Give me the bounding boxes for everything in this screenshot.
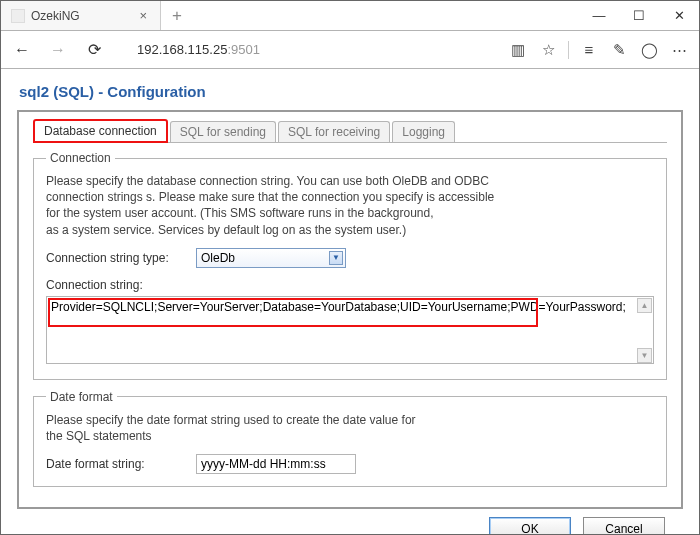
date-format-row: Date format string:: [46, 454, 654, 474]
tab-database-connection[interactable]: Database connection: [33, 119, 168, 143]
date-format-input[interactable]: [196, 454, 356, 474]
tab-sql-receiving[interactable]: SQL for receiving: [278, 121, 390, 142]
favicon: [11, 9, 25, 23]
favorite-icon[interactable]: ☆: [538, 41, 558, 59]
browser-tab[interactable]: OzekiNG ×: [1, 1, 161, 30]
forward-button[interactable]: →: [47, 41, 69, 59]
url-port: :9501: [227, 42, 260, 57]
reading-view-icon[interactable]: ▥: [508, 41, 528, 59]
date-format-group: Date format Please specify the date form…: [33, 390, 667, 487]
config-tabs: Database connection SQL for sending SQL …: [33, 118, 673, 142]
connection-string-wrapper: ▲ ▼: [46, 296, 654, 367]
page-content: sql2 (SQL) - Configuration Database conn…: [1, 69, 699, 535]
connection-type-value: OleDb: [201, 251, 235, 265]
share-icon[interactable]: ◯: [639, 41, 659, 59]
url-host: 192.168.115.25: [137, 42, 227, 57]
dialog-buttons: OK Cancel: [17, 509, 683, 535]
config-panel: Database connection SQL for sending SQL …: [17, 110, 683, 509]
connection-type-select[interactable]: OleDb ▼: [196, 248, 346, 268]
date-format-legend: Date format: [46, 390, 117, 404]
close-window-button[interactable]: ✕: [659, 1, 699, 30]
chevron-down-icon[interactable]: ▼: [329, 251, 343, 265]
browser-navbar: ← → ⟳ 192.168.115.25:9501 ▥ ☆ ≡ ✎ ◯ ⋯: [1, 31, 699, 69]
more-icon[interactable]: ⋯: [669, 41, 689, 59]
connection-legend: Connection: [46, 151, 115, 165]
page-title: sql2 (SQL) - Configuration: [19, 83, 683, 100]
date-format-label: Date format string:: [46, 457, 196, 471]
toolbar-right: ▥ ☆ ≡ ✎ ◯ ⋯: [508, 41, 689, 59]
address-bar[interactable]: 192.168.115.25:9501: [119, 42, 494, 57]
cancel-button[interactable]: Cancel: [583, 517, 665, 535]
date-format-description: Please specify the date format string us…: [46, 412, 654, 444]
hub-icon[interactable]: ≡: [579, 41, 599, 58]
ok-button[interactable]: OK: [489, 517, 571, 535]
back-button[interactable]: ←: [11, 41, 33, 59]
connection-string-input[interactable]: [46, 296, 654, 364]
tab-logging[interactable]: Logging: [392, 121, 455, 142]
close-tab-icon[interactable]: ×: [136, 8, 150, 23]
tab-sql-sending[interactable]: SQL for sending: [170, 121, 276, 142]
browser-titlebar: OzekiNG × + — ☐ ✕: [1, 1, 699, 31]
notes-icon[interactable]: ✎: [609, 41, 629, 59]
connection-group: Connection Please specify the database c…: [33, 151, 667, 380]
connection-description: Please specify the database connection s…: [46, 173, 654, 238]
connection-string-label: Connection string:: [46, 278, 654, 292]
new-tab-button[interactable]: +: [161, 1, 193, 30]
separator: [568, 41, 569, 59]
maximize-button[interactable]: ☐: [619, 1, 659, 30]
minimize-button[interactable]: —: [579, 1, 619, 30]
scroll-up-icon[interactable]: ▲: [637, 298, 652, 313]
scroll-down-icon[interactable]: ▼: [637, 348, 652, 363]
connection-type-row: Connection string type: OleDb ▼: [46, 248, 654, 268]
connection-type-label: Connection string type:: [46, 251, 196, 265]
refresh-button[interactable]: ⟳: [83, 40, 105, 59]
tab-title: OzekiNG: [31, 9, 136, 23]
